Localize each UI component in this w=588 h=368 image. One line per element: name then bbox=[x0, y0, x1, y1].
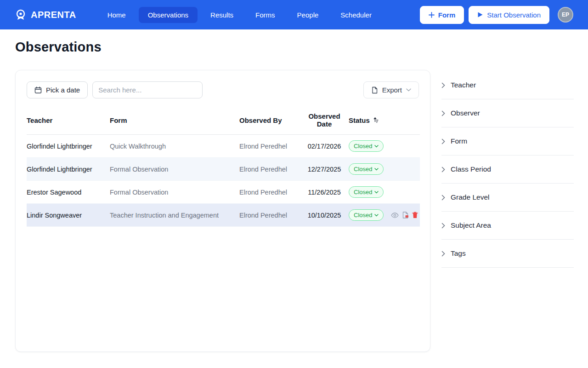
play-icon bbox=[477, 12, 483, 18]
chevron-right-icon bbox=[441, 223, 445, 229]
status-label: Closed bbox=[354, 166, 372, 172]
export-label: Export bbox=[382, 86, 402, 94]
table-row[interactable]: Erestor Sagewood Formal Observation Elro… bbox=[27, 181, 420, 204]
search-input[interactable] bbox=[92, 81, 203, 98]
status-label: Closed bbox=[354, 189, 372, 196]
chevron-right-icon bbox=[441, 138, 445, 144]
filter-form[interactable]: Form bbox=[441, 127, 574, 155]
cell-teacher: Glorfindel Lightbringer bbox=[27, 135, 110, 158]
header-status-label: Status bbox=[349, 116, 370, 124]
sort-ascending-icon[interactable] bbox=[372, 117, 379, 123]
trash-icon bbox=[412, 212, 418, 218]
filter-grade-level[interactable]: Grade Level bbox=[441, 184, 574, 212]
cell-observed-by: Elrond Peredhel bbox=[239, 204, 302, 227]
filter-label: Tags bbox=[451, 249, 466, 258]
start-observation-label: Start Observation bbox=[487, 11, 541, 19]
table-row[interactable]: Glorfindel Lightbringer Formal Observati… bbox=[27, 158, 420, 181]
nav-item-forms[interactable]: Forms bbox=[246, 7, 284, 23]
cell-observed-by: Elrond Peredhel bbox=[239, 158, 302, 181]
cell-status: Closed bbox=[349, 204, 391, 227]
header-form[interactable]: Form bbox=[110, 107, 239, 135]
status-label: Closed bbox=[354, 143, 372, 150]
nav-item-home[interactable]: Home bbox=[98, 7, 135, 23]
main-column: Observations Pick a date bbox=[15, 29, 430, 352]
cell-status: Closed bbox=[349, 181, 391, 204]
pick-date-button[interactable]: Pick a date bbox=[27, 81, 88, 98]
cell-form: Teacher Instruction and Engagement bbox=[110, 204, 239, 227]
header-observed-by[interactable]: Observed By bbox=[239, 107, 302, 135]
cell-teacher: Erestor Sagewood bbox=[27, 181, 110, 204]
delete-observation-button[interactable] bbox=[412, 212, 418, 218]
calendar-icon bbox=[34, 86, 42, 94]
cell-actions bbox=[391, 181, 420, 204]
cell-date: 02/17/2026 bbox=[302, 135, 349, 158]
cell-date: 10/10/2025 bbox=[302, 204, 349, 227]
add-form-label: Form bbox=[438, 11, 456, 19]
status-dropdown[interactable]: Closed bbox=[349, 140, 384, 152]
brand-name: APRENTA bbox=[31, 10, 76, 20]
filter-class-period[interactable]: Class Period bbox=[441, 155, 574, 184]
cell-date: 11/26/2025 bbox=[302, 181, 349, 204]
chevron-right-icon bbox=[441, 110, 445, 116]
filter-observer[interactable]: Observer bbox=[441, 99, 574, 127]
filter-label: Subject Area bbox=[451, 221, 491, 230]
pdf-file-icon bbox=[402, 212, 408, 218]
status-dropdown[interactable]: Closed bbox=[349, 163, 384, 175]
chevron-right-icon bbox=[441, 251, 445, 257]
filter-label: Teacher bbox=[451, 81, 476, 89]
cell-actions bbox=[391, 204, 420, 227]
observations-card: Pick a date Export bbox=[15, 70, 430, 352]
nav-item-people[interactable]: People bbox=[288, 7, 328, 23]
cell-form: Formal Observation bbox=[110, 181, 239, 204]
status-dropdown[interactable]: Closed bbox=[349, 186, 384, 198]
cell-observed-by: Elrond Peredhel bbox=[239, 181, 302, 204]
cell-form: Quick Walkthrough bbox=[110, 135, 239, 158]
header-observed-date[interactable]: Observed Date bbox=[302, 107, 349, 135]
filter-label: Observer bbox=[451, 109, 480, 117]
nav-actions: Form Start Observation EP bbox=[420, 6, 573, 24]
header-actions bbox=[391, 107, 420, 135]
start-observation-button[interactable]: Start Observation bbox=[469, 6, 549, 24]
add-form-button[interactable]: Form bbox=[420, 6, 464, 24]
nav-item-results[interactable]: Results bbox=[201, 7, 243, 23]
cell-status: Closed bbox=[349, 158, 391, 181]
chevron-right-icon bbox=[441, 195, 445, 201]
cell-date: 12/27/2025 bbox=[302, 158, 349, 181]
pdf-export-icon-button[interactable] bbox=[402, 212, 408, 218]
cell-actions bbox=[391, 135, 420, 158]
cell-observed-by: Elrond Peredhel bbox=[239, 135, 302, 158]
filters-sidebar: Teacher Observer Form Class Period Grade… bbox=[441, 71, 574, 268]
table-header-row: Teacher Form Observed By Observed Date S… bbox=[27, 107, 420, 135]
nav-item-scheduler[interactable]: Scheduler bbox=[331, 7, 381, 23]
export-file-icon bbox=[371, 86, 378, 94]
table-row-hovered[interactable]: Lindir Songweaver Teacher Instruction an… bbox=[27, 204, 420, 227]
chevron-right-icon bbox=[441, 167, 445, 172]
page-body: Observations Pick a date bbox=[0, 29, 588, 352]
nav-item-observations[interactable]: Observations bbox=[139, 7, 198, 23]
header-status[interactable]: Status bbox=[349, 107, 391, 135]
eye-icon bbox=[391, 213, 399, 218]
chevron-right-icon bbox=[441, 82, 445, 88]
view-observation-button[interactable] bbox=[391, 213, 399, 218]
cell-teacher: Glorfindel Lightbringer bbox=[27, 158, 110, 181]
top-navbar: APRENTA Home Observations Results Forms … bbox=[0, 0, 588, 29]
cell-form: Formal Observation bbox=[110, 158, 239, 181]
observations-table: Teacher Form Observed By Observed Date S… bbox=[27, 107, 420, 227]
filter-label: Form bbox=[451, 137, 467, 145]
aprenta-logo-icon bbox=[15, 9, 27, 21]
status-label: Closed bbox=[354, 212, 372, 218]
nav-links: Home Observations Results Forms People S… bbox=[98, 7, 420, 23]
filter-tags[interactable]: Tags bbox=[441, 240, 574, 268]
header-teacher[interactable]: Teacher bbox=[27, 107, 110, 135]
export-button[interactable]: Export bbox=[363, 81, 419, 98]
user-avatar[interactable]: EP bbox=[558, 7, 573, 23]
page-title: Observations bbox=[15, 40, 430, 55]
plus-icon bbox=[429, 12, 435, 18]
filter-label: Grade Level bbox=[451, 193, 489, 201]
status-dropdown[interactable]: Closed bbox=[349, 209, 384, 221]
pick-date-label: Pick a date bbox=[46, 86, 80, 94]
table-row[interactable]: Glorfindel Lightbringer Quick Walkthroug… bbox=[27, 135, 420, 158]
filter-teacher[interactable]: Teacher bbox=[441, 71, 574, 99]
filter-subject-area[interactable]: Subject Area bbox=[441, 212, 574, 240]
chevron-down-icon bbox=[406, 88, 411, 92]
